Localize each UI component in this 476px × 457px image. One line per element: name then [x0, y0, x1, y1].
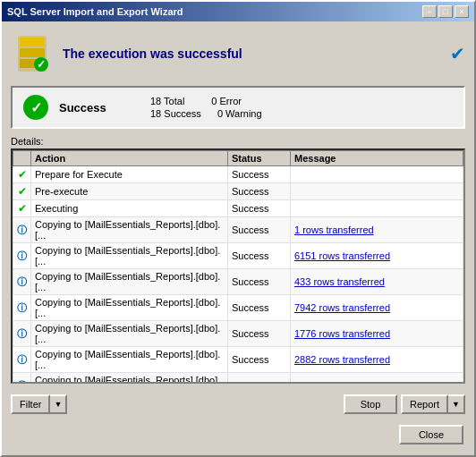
row-message — [291, 166, 463, 183]
row-icon: ✔ — [13, 183, 31, 200]
table-row: ⓘCopying to [MailEssentials_Reports].[db… — [13, 217, 463, 243]
row-status: Success — [228, 183, 291, 200]
summary-box: ✓ Success 18 Total 0 Error 18 Success 0 … — [11, 86, 465, 129]
close-button[interactable]: Close — [399, 425, 463, 444]
close-button[interactable]: × — [455, 5, 469, 18]
total-stat: 18 Total — [150, 96, 184, 106]
table-row: ⓘCopying to [MailEssentials_Reports].[db… — [13, 243, 463, 269]
success-stat: 18 Success — [150, 108, 201, 119]
info-icon: ⓘ — [17, 250, 27, 261]
message-link[interactable]: 1 rows transferred — [294, 224, 374, 235]
row-status: Success — [228, 200, 291, 217]
row-action: Copying to [MailEssentials_Reports].[dbo… — [31, 243, 228, 269]
window-title: SQL Server Import and Export Wizard — [7, 6, 183, 17]
row-message[interactable]: 7942 rows transferred — [291, 295, 463, 321]
message-link[interactable]: 2882 rows transferred — [294, 354, 390, 365]
right-buttons: Stop Report ▼ — [344, 394, 465, 414]
col-action: Action — [31, 151, 228, 166]
details-section: Details: Action Status Message ✔Prepare … — [11, 136, 465, 384]
message-link[interactable]: 433 rows transferred — [294, 276, 385, 287]
filter-button[interactable]: Filter — [11, 394, 50, 414]
svg-text:✓: ✓ — [37, 58, 46, 71]
row-action: Copying to [MailEssentials_Reports].[dbo… — [31, 321, 228, 347]
row-icon: ✔ — [13, 200, 31, 217]
maximize-button[interactable]: □ — [438, 5, 453, 18]
info-icon: ⓘ — [17, 276, 27, 287]
row-status: Success — [228, 373, 291, 385]
title-bar: SQL Server Import and Export Wizard − □ … — [2, 2, 474, 21]
row-message[interactable]: 0 rows transferred — [291, 373, 463, 385]
info-icon: ⓘ — [17, 302, 27, 313]
info-icon: ⓘ — [17, 380, 27, 385]
row-status: Success — [228, 347, 291, 373]
row-status: Success — [228, 217, 291, 243]
details-label: Details: — [11, 136, 465, 147]
row-icon: ⓘ — [13, 347, 31, 373]
row-action: Executing — [31, 200, 228, 217]
col-message: Message — [291, 151, 463, 166]
table-row: ⓘCopying to [MailEssentials_Reports].[db… — [13, 269, 463, 295]
minimize-button[interactable]: − — [422, 5, 437, 18]
table-row: ⓘCopying to [MailEssentials_Reports].[db… — [13, 321, 463, 347]
filter-split-button: Filter ▼ — [11, 394, 67, 414]
wizard-icon: ✓ — [11, 32, 54, 75]
row-message[interactable]: 433 rows transferred — [291, 269, 463, 295]
message-link[interactable]: 7942 rows transferred — [294, 302, 390, 313]
success-icon: ✔ — [18, 185, 27, 198]
row-status: Success — [228, 269, 291, 295]
row-message[interactable]: 6151 rows transferred — [291, 243, 463, 269]
row-status: Success — [228, 321, 291, 347]
report-button[interactable]: Report — [401, 394, 448, 414]
row-status: Success — [228, 295, 291, 321]
table-row: ⓘCopying to [MailEssentials_Reports].[db… — [13, 347, 463, 373]
row-action: Copying to [MailEssentials_Reports].[dbo… — [31, 347, 228, 373]
window-controls: − □ × — [422, 5, 469, 18]
row-icon: ⓘ — [13, 321, 31, 347]
row-icon: ⓘ — [13, 217, 31, 243]
button-bar: Filter ▼ Stop Report ▼ — [11, 391, 465, 418]
row-message — [291, 183, 463, 200]
error-stat: 0 Error — [211, 96, 242, 106]
message-link[interactable]: 1776 rows transferred — [294, 328, 390, 339]
success-checkmark-icon: ✔ — [450, 43, 465, 64]
row-icon: ⓘ — [13, 373, 31, 385]
row-message[interactable]: 1776 rows transferred — [291, 321, 463, 347]
row-message[interactable]: 2882 rows transferred — [291, 347, 463, 373]
row-action: Copying to [MailEssentials_Reports].[dbo… — [31, 295, 228, 321]
message-link[interactable]: 6151 rows transferred — [294, 250, 390, 261]
row-icon: ✔ — [13, 166, 31, 183]
row-status: Success — [228, 166, 291, 183]
report-split-button: Report ▼ — [401, 394, 465, 414]
row-message[interactable]: 1 rows transferred — [291, 217, 463, 243]
success-icon: ✔ — [18, 168, 27, 181]
success-icon: ✓ — [23, 95, 48, 120]
left-buttons: Filter ▼ — [11, 394, 67, 414]
info-icon: ⓘ — [17, 354, 27, 365]
row-message — [291, 200, 463, 217]
filter-dropdown-arrow[interactable]: ▼ — [50, 394, 67, 414]
table-row: ⓘCopying to [MailEssentials_Reports].[db… — [13, 373, 463, 385]
stop-button[interactable]: Stop — [344, 394, 397, 414]
row-icon: ⓘ — [13, 243, 31, 269]
page-title: The execution was successful — [63, 47, 450, 61]
row-icon: ⓘ — [13, 295, 31, 321]
col-status: Status — [228, 151, 291, 166]
success-icon: ✔ — [18, 202, 27, 215]
row-action: Prepare for Execute — [31, 166, 228, 183]
message-link[interactable]: 0 rows transferred — [294, 380, 374, 384]
table-row: ✔Pre-executeSuccess — [13, 183, 463, 200]
details-table: Action Status Message ✔Prepare for Execu… — [13, 150, 463, 384]
success-label: Success — [59, 101, 122, 114]
row-action: Copying to [MailEssentials_Reports].[dbo… — [31, 217, 228, 243]
main-window: SQL Server Import and Export Wizard − □ … — [0, 0, 476, 457]
window-content: ✓ The execution was successful ✔ ✓ Succe… — [2, 21, 474, 455]
report-dropdown-arrow[interactable]: ▼ — [448, 394, 465, 414]
header-section: ✓ The execution was successful ✔ — [11, 29, 465, 79]
row-action: Copying to [MailEssentials_Reports].[dbo… — [31, 269, 228, 295]
info-icon: ⓘ — [17, 328, 27, 339]
row-action: Pre-execute — [31, 183, 228, 200]
details-table-container[interactable]: Action Status Message ✔Prepare for Execu… — [11, 148, 465, 384]
row-icon: ⓘ — [13, 269, 31, 295]
row-action: Copying to [MailEssentials_Reports].[dbo… — [31, 373, 228, 385]
info-icon: ⓘ — [17, 224, 27, 235]
